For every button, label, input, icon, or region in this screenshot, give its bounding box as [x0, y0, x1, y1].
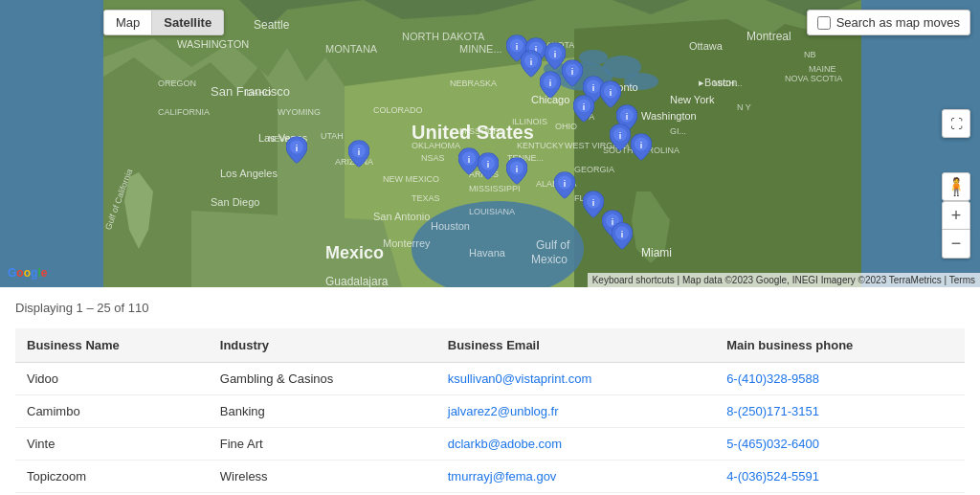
search-as-moves-label: Search as map moves [836, 15, 960, 30]
svg-text:COLORADO: COLORADO [373, 105, 423, 115]
svg-text:PA: PA [584, 112, 594, 122]
search-as-moves-control[interactable]: Search as map moves [807, 10, 970, 35]
svg-text:NOVA SCOTIA: NOVA SCOTIA [785, 74, 842, 83]
col-email: Business Email [436, 328, 715, 363]
svg-text:NEW MEXICO: NEW MEXICO [383, 174, 439, 184]
svg-text:ARKNS: ARKNS [469, 169, 499, 179]
svg-text:Seattle: Seattle [254, 18, 290, 32]
svg-text:MISSOURI: MISSOURI [459, 126, 502, 136]
svg-text:Mexico: Mexico [531, 253, 568, 266]
cell-phone: 6-(410)328-9588 [715, 363, 965, 395]
svg-text:TENNE...: TENNE... [507, 153, 544, 163]
col-industry: Industry [209, 328, 436, 363]
table-row: Camimbo Banking jalvarez2@unblog.fr 8-(2… [15, 395, 965, 428]
svg-text:Montreal: Montreal [746, 30, 791, 43]
svg-text:Toronto: Toronto [603, 81, 638, 93]
svg-text:MINNE...: MINNE... [459, 43, 502, 55]
svg-text:KENTUCKY: KENTUCKY [517, 141, 564, 150]
svg-text:GEORGIA: GEORGIA [574, 165, 614, 174]
svg-text:Washington: Washington [641, 110, 697, 122]
map-attribution: Keyboard shortcuts | Map data ©2023 Goog… [588, 273, 980, 287]
cell-industry: Wireless [209, 461, 436, 493]
cell-email: jalvarez2@unblog.fr [436, 395, 715, 428]
svg-text:OHIO: OHIO [555, 122, 577, 131]
svg-text:GI...: GI... [670, 126, 686, 136]
cell-phone: 5-(465)032-6400 [715, 428, 965, 461]
table-section: Displaying 1 – 25 of 110 Business Name I… [0, 287, 980, 495]
map-type-control: Map Satellite [103, 10, 224, 35]
cell-name: Vinte [15, 428, 209, 461]
svg-text:OREGON: OREGON [158, 79, 196, 88]
svg-text:NEBRASKA: NEBRASKA [450, 79, 497, 88]
svg-text:NB: NB [804, 50, 816, 59]
svg-text:Los Angeles: Los Angeles [220, 168, 278, 179]
pegman-button[interactable]: 🧍 [942, 172, 970, 201]
svg-text:WYOMING: WYOMING [278, 107, 321, 117]
col-phone: Main business phone [715, 328, 965, 363]
svg-text:Houston: Houston [431, 220, 470, 232]
svg-text:IDAHO: IDAHO [244, 88, 272, 98]
table-header-row: Business Name Industry Business Email Ma… [15, 328, 965, 363]
svg-text:ILLINOIS: ILLINOIS [512, 117, 547, 126]
svg-text:Monterrey: Monterrey [383, 237, 431, 249]
google-logo: Google [8, 266, 47, 280]
svg-text:CALIFORNIA: CALIFORNIA [158, 107, 210, 117]
satellite-button[interactable]: Satellite [152, 11, 223, 34]
search-as-moves-checkbox[interactable] [817, 16, 831, 30]
svg-text:Chicago: Chicago [531, 94, 569, 105]
displaying-count: Displaying 1 – 25 of 110 [15, 301, 965, 315]
cell-phone: 8-(250)171-3151 [715, 395, 965, 428]
svg-text:WEST VIRGINIA: WEST VIRGINIA [565, 141, 630, 150]
table-row: Vidoo Gambling & Casinos ksullivan0@vist… [15, 363, 965, 395]
svg-point-3 [579, 50, 608, 65]
table-body: Vidoo Gambling & Casinos ksullivan0@vist… [15, 363, 965, 496]
svg-text:LOUISIANA: LOUISIANA [469, 207, 515, 216]
svg-text:SOUTH DAKOTA: SOUTH DAKOTA [507, 40, 574, 50]
svg-text:FLO...: FLO... [574, 193, 598, 203]
svg-text:New York: New York [670, 94, 715, 105]
svg-text:NSAS: NSAS [421, 153, 445, 163]
cell-phone: 4-(036)524-5591 [715, 461, 965, 493]
svg-text:N Y: N Y [737, 102, 751, 112]
cell-industry: Gambling & Casinos [209, 363, 436, 395]
svg-text:Miami: Miami [641, 246, 672, 259]
svg-text:ARIZONA: ARIZONA [335, 157, 373, 167]
cell-industry: Fine Art [209, 428, 436, 461]
cell-email: tmurrayj@fema.gov [436, 461, 715, 493]
zoom-out-button[interactable]: − [942, 230, 970, 259]
zoom-in-button[interactable]: + [942, 201, 970, 230]
svg-text:Ottawa: Ottawa [689, 40, 724, 52]
svg-text:Mexico: Mexico [325, 243, 384, 262]
svg-text:MISSISSIPPI: MISSISSIPPI [469, 184, 521, 193]
svg-text:UTAH: UTAH [321, 131, 344, 141]
svg-text:WASHINGTON: WASHINGTON [177, 38, 249, 50]
table-row: Topiczoom Wireless tmurrayj@fema.gov 4-(… [15, 461, 965, 493]
zoom-controls: + − [942, 201, 970, 259]
cell-name: Camimbo [15, 395, 209, 428]
svg-text:OKLAHOMA: OKLAHOMA [412, 141, 460, 150]
svg-text:Gulf of: Gulf of [536, 238, 570, 252]
svg-text:NEVADA: NEVADA [268, 134, 302, 144]
svg-text:NORTH DAKOTA: NORTH DAKOTA [402, 31, 485, 42]
svg-text:San Antonio: San Antonio [373, 211, 430, 222]
svg-text:Guadalajara: Guadalajara [325, 275, 389, 287]
svg-text:Havana: Havana [469, 247, 506, 259]
svg-text:MICH...: MICH... [713, 79, 743, 88]
svg-text:MONTANA: MONTANA [325, 43, 378, 55]
results-table: Business Name Industry Business Email Ma… [15, 328, 965, 495]
svg-text:MAINE: MAINE [809, 64, 836, 74]
cell-email: dclarkb@adobe.com [436, 428, 715, 461]
svg-rect-7 [0, 0, 103, 287]
svg-point-4 [544, 62, 567, 76]
fullscreen-button[interactable]: ⛶ [942, 109, 970, 138]
cell-industry: Banking [209, 395, 436, 428]
cell-name: Topiczoom [15, 461, 209, 493]
map-container: United States San Francisco Las Vegas Lo… [0, 0, 980, 287]
map-button[interactable]: Map [104, 11, 151, 34]
pegman-icon: 🧍 [946, 176, 967, 197]
svg-text:ALABAMA: ALABAMA [536, 179, 577, 189]
map-background: United States San Francisco Las Vegas Lo… [0, 0, 980, 287]
cell-name: Vidoo [15, 363, 209, 395]
svg-text:San Diego: San Diego [211, 196, 259, 208]
table-row: Vinte Fine Art dclarkb@adobe.com 5-(465)… [15, 428, 965, 461]
